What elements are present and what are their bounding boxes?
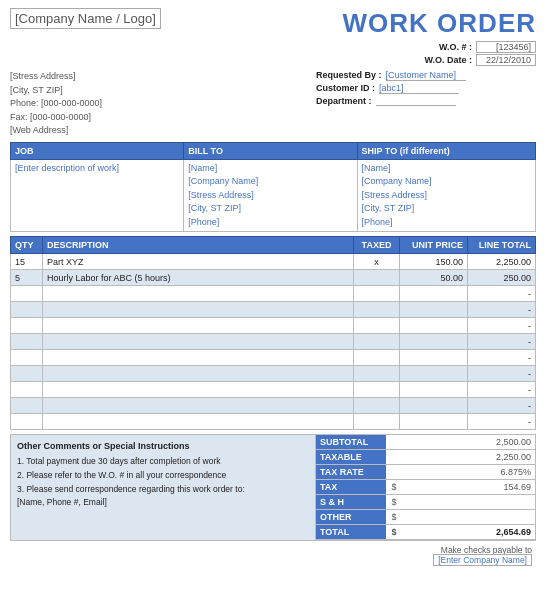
total-label: TOTAL — [316, 525, 386, 540]
table-row: - — [11, 366, 536, 382]
table-row: - — [11, 350, 536, 366]
row-desc — [43, 350, 354, 366]
row-qty — [11, 302, 43, 318]
tax-currency: $ — [386, 480, 402, 495]
row-qty — [11, 382, 43, 398]
subtotal-row: SUBTOTAL 2,500.00 — [316, 435, 535, 450]
address-line5: [Web Address] — [10, 124, 316, 138]
wo-date-row: W.O. Date : 22/12/2010 — [424, 54, 536, 66]
tax-rate-row: TAX RATE 6.875% — [316, 465, 535, 480]
header: [Company Name / Logo] WORK ORDER W.O. # … — [10, 8, 536, 66]
row-unit-price — [400, 398, 468, 414]
totals-table: SUBTOTAL 2,500.00 TAXABLE 2,250.00 TAX R… — [316, 435, 535, 540]
footer-company: [Enter Company Name] — [433, 554, 532, 566]
comment-line: 2. Please refer to the W.O. # in all you… — [17, 469, 309, 483]
row-taxed — [354, 270, 400, 286]
row-desc: Part XYZ — [43, 254, 354, 270]
right-info: Requested By : [Customer Name] Customer … — [316, 70, 536, 138]
table-row: - — [11, 318, 536, 334]
row-desc — [43, 382, 354, 398]
address-line1: [Stress Address] — [10, 70, 316, 84]
ship-address: [Stress Address] — [362, 189, 532, 203]
job-header: JOB — [11, 142, 184, 159]
taxable-label: TAXABLE — [316, 450, 386, 465]
table-row: - — [11, 382, 536, 398]
comments-lines: 1. Total payment due 30 days after compl… — [17, 455, 309, 509]
row-taxed — [354, 398, 400, 414]
wo-meta: W.O. # : [123456] W.O. Date : 22/12/2010 — [336, 41, 536, 66]
desc-header: DESCRIPTION — [43, 237, 354, 254]
row-line-total: - — [468, 382, 536, 398]
row-desc — [43, 366, 354, 382]
row-qty — [11, 318, 43, 334]
row-desc — [43, 286, 354, 302]
row-unit-price — [400, 382, 468, 398]
bill-city: [City, ST ZIP] — [188, 202, 352, 216]
row-desc — [43, 318, 354, 334]
row-qty — [11, 414, 43, 430]
department-label: Department : — [316, 96, 372, 106]
subtotal-currency — [386, 435, 402, 450]
jbs-table: JOB BILL TO SHIP TO (if different) [Ente… — [10, 142, 536, 233]
other-row: OTHER $ — [316, 510, 535, 525]
wo-number-row: W.O. # : [123456] — [439, 41, 536, 53]
customer-id-value: [abc1] — [379, 83, 459, 94]
subtotal-value: 2,500.00 — [402, 435, 535, 450]
tax-rate-label: TAX RATE — [316, 465, 386, 480]
row-line-total: 2,250.00 — [468, 254, 536, 270]
wo-number-label: W.O. # : — [439, 42, 472, 52]
job-value: [Enter description of work] — [11, 159, 184, 232]
row-taxed — [354, 366, 400, 382]
top-section: [Stress Address] [City, ST ZIP] Phone: [… — [10, 70, 536, 138]
taxable-currency — [386, 450, 402, 465]
wo-number-value: [123456] — [476, 41, 536, 53]
sh-value — [402, 495, 535, 510]
address-line3: Phone: [000-000-0000] — [10, 97, 316, 111]
sh-label: S & H — [316, 495, 386, 510]
other-value — [402, 510, 535, 525]
row-line-total: - — [468, 334, 536, 350]
sh-currency: $ — [386, 495, 402, 510]
bill-header: BILL TO — [184, 142, 357, 159]
bill-to-cell: [Name] [Company Name] [Stress Address] [… — [184, 159, 357, 232]
row-taxed — [354, 414, 400, 430]
total-row: TOTAL $ 2,654.69 — [316, 525, 535, 540]
row-qty — [11, 350, 43, 366]
ship-to-cell: [Name] [Company Name] [Stress Address] [… — [357, 159, 536, 232]
ship-city: [City, ST ZIP] — [362, 202, 532, 216]
customer-id-label: Customer ID : — [316, 83, 375, 94]
comment-line: 3. Please send correspondence regarding … — [17, 483, 309, 497]
row-taxed — [354, 318, 400, 334]
row-unit-price: 50.00 — [400, 270, 468, 286]
customer-id-row: Customer ID : [abc1] — [316, 83, 536, 94]
requested-by-label: Requested By : — [316, 70, 382, 81]
row-unit-price — [400, 350, 468, 366]
items-table: QTY DESCRIPTION TAXED UNIT PRICE LINE TO… — [10, 236, 536, 430]
row-unit-price — [400, 366, 468, 382]
bill-phone: [Phone] — [188, 216, 352, 230]
row-desc — [43, 302, 354, 318]
wo-date-value: 22/12/2010 — [476, 54, 536, 66]
bill-company: [Company Name] — [188, 175, 352, 189]
company-name: [Company Name / Logo] — [10, 8, 161, 29]
comments-block: Other Comments or Special Instructions 1… — [10, 434, 316, 541]
table-row: - — [11, 286, 536, 302]
address-line4: Fax: [000-000-0000] — [10, 111, 316, 125]
ship-phone: [Phone] — [362, 216, 532, 230]
other-currency: $ — [386, 510, 402, 525]
left-info: [Stress Address] [City, ST ZIP] Phone: [… — [10, 70, 316, 138]
subtotal-label: SUBTOTAL — [316, 435, 386, 450]
row-unit-price — [400, 286, 468, 302]
row-desc — [43, 414, 354, 430]
company-block: [Company Name / Logo] — [10, 8, 336, 32]
tax-row: TAX $ 154.69 — [316, 480, 535, 495]
bill-address: [Stress Address] — [188, 189, 352, 203]
row-line-total: - — [468, 350, 536, 366]
ship-name: [Name] — [362, 162, 532, 176]
row-qty: 15 — [11, 254, 43, 270]
totals-block: SUBTOTAL 2,500.00 TAXABLE 2,250.00 TAX R… — [316, 434, 536, 541]
row-qty — [11, 366, 43, 382]
row-line-total: - — [468, 398, 536, 414]
table-row: 5Hourly Labor for ABC (5 hours)50.00250.… — [11, 270, 536, 286]
row-unit-price — [400, 334, 468, 350]
